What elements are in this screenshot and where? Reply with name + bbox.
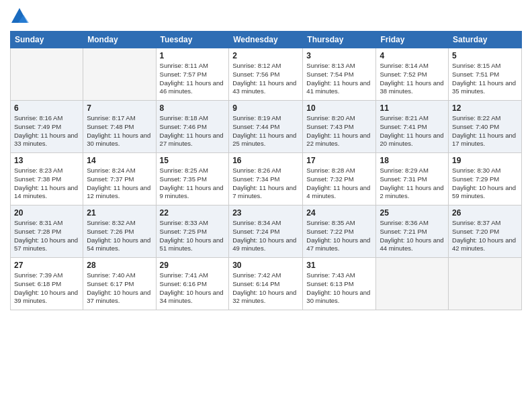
week-row-3: 13Sunrise: 8:23 AMSunset: 7:38 PMDayligh… [11,153,522,205]
day-number: 17 [306,156,372,165]
day-info: Sunrise: 8:16 AMSunset: 7:49 PMDaylight:… [14,114,79,148]
day-number: 4 [380,51,445,60]
day-header-thursday: Thursday [303,32,376,48]
day-info: Sunrise: 8:20 AMSunset: 7:43 PMDaylight:… [306,114,372,148]
day-info: Sunrise: 8:37 AMSunset: 7:20 PMDaylight:… [452,219,518,253]
day-info: Sunrise: 7:39 AMSunset: 6:18 PMDaylight:… [14,271,79,306]
week-row-1: 1Sunrise: 8:11 AMSunset: 7:57 PMDaylight… [11,48,522,101]
day-number: 13 [14,156,79,165]
day-number: 6 [14,103,79,113]
calendar-cell: 19Sunrise: 8:30 AMSunset: 7:29 PMDayligh… [449,153,522,205]
calendar-cell: 1Sunrise: 8:11 AMSunset: 7:57 PMDaylight… [156,48,229,101]
calendar-cell: 6Sunrise: 8:16 AMSunset: 7:49 PMDaylight… [11,101,83,153]
day-info: Sunrise: 8:11 AMSunset: 7:57 PMDaylight:… [160,62,226,96]
calendar-cell: 11Sunrise: 8:21 AMSunset: 7:41 PMDayligh… [376,101,449,153]
page-container: SundayMondayTuesdayWednesdayThursdayFrid… [0,0,532,411]
day-number: 2 [232,51,299,60]
calendar-cell: 3Sunrise: 8:13 AMSunset: 7:54 PMDaylight… [303,48,376,101]
header [10,7,522,26]
day-number: 18 [380,156,445,165]
calendar-cell: 24Sunrise: 8:35 AMSunset: 7:22 PMDayligh… [303,205,376,258]
calendar-cell: 8Sunrise: 8:18 AMSunset: 7:46 PMDaylight… [156,101,229,153]
day-info: Sunrise: 8:23 AMSunset: 7:38 PMDaylight:… [14,167,79,201]
day-info: Sunrise: 8:13 AMSunset: 7:54 PMDaylight:… [306,62,372,96]
calendar-cell: 15Sunrise: 8:25 AMSunset: 7:35 PMDayligh… [156,153,229,205]
week-row-4: 20Sunrise: 8:31 AMSunset: 7:28 PMDayligh… [11,205,522,258]
day-header-wednesday: Wednesday [229,32,303,48]
calendar-cell: 4Sunrise: 8:14 AMSunset: 7:52 PMDaylight… [376,48,449,101]
day-number: 8 [160,103,226,113]
calendar-cell: 13Sunrise: 8:23 AMSunset: 7:38 PMDayligh… [11,153,83,205]
calendar-cell: 26Sunrise: 8:37 AMSunset: 7:20 PMDayligh… [449,205,522,258]
day-number: 12 [452,103,518,113]
day-header-friday: Friday [376,32,449,48]
day-header-saturday: Saturday [449,32,522,48]
logo-icon [10,7,29,26]
day-number: 26 [452,208,518,218]
day-info: Sunrise: 8:31 AMSunset: 7:28 PMDaylight:… [14,219,79,253]
day-number: 27 [14,261,79,270]
day-info: Sunrise: 7:41 AMSunset: 6:16 PMDaylight:… [160,271,226,306]
day-header-monday: Monday [83,32,156,48]
day-info: Sunrise: 8:18 AMSunset: 7:46 PMDaylight:… [160,114,226,148]
day-info: Sunrise: 8:21 AMSunset: 7:41 PMDaylight:… [380,114,445,148]
day-number: 14 [87,156,152,165]
day-info: Sunrise: 8:36 AMSunset: 7:21 PMDaylight:… [380,219,445,253]
day-number: 31 [306,261,372,270]
calendar-cell [11,48,83,101]
day-info: Sunrise: 8:29 AMSunset: 7:31 PMDaylight:… [380,167,445,201]
day-info: Sunrise: 8:19 AMSunset: 7:44 PMDaylight:… [232,114,299,148]
calendar-cell: 16Sunrise: 8:26 AMSunset: 7:34 PMDayligh… [229,153,303,205]
day-number: 25 [380,208,445,218]
day-info: Sunrise: 8:32 AMSunset: 7:26 PMDaylight:… [87,219,152,253]
day-info: Sunrise: 8:12 AMSunset: 7:56 PMDaylight:… [232,62,299,96]
calendar-cell: 25Sunrise: 8:36 AMSunset: 7:21 PMDayligh… [376,205,449,258]
day-info: Sunrise: 7:43 AMSunset: 6:13 PMDaylight:… [306,271,372,306]
calendar-cell [449,258,522,310]
calendar-cell: 28Sunrise: 7:40 AMSunset: 6:17 PMDayligh… [83,258,156,310]
calendar-cell: 14Sunrise: 8:24 AMSunset: 7:37 PMDayligh… [83,153,156,205]
day-info: Sunrise: 8:28 AMSunset: 7:32 PMDaylight:… [306,167,372,201]
day-number: 24 [306,208,372,218]
day-number: 16 [232,156,299,165]
calendar-cell [376,258,449,310]
day-number: 9 [232,103,299,113]
logo [10,7,32,26]
day-number: 30 [232,261,299,270]
calendar-cell: 20Sunrise: 8:31 AMSunset: 7:28 PMDayligh… [11,205,83,258]
day-number: 19 [452,156,518,165]
day-number: 22 [160,208,226,218]
day-info: Sunrise: 8:35 AMSunset: 7:22 PMDaylight:… [306,219,372,253]
calendar-cell: 21Sunrise: 8:32 AMSunset: 7:26 PMDayligh… [83,205,156,258]
calendar-cell: 2Sunrise: 8:12 AMSunset: 7:56 PMDaylight… [229,48,303,101]
day-info: Sunrise: 8:34 AMSunset: 7:24 PMDaylight:… [232,219,299,253]
day-info: Sunrise: 8:24 AMSunset: 7:37 PMDaylight:… [87,167,152,201]
calendar-cell: 5Sunrise: 8:15 AMSunset: 7:51 PMDaylight… [449,48,522,101]
calendar-cell: 29Sunrise: 7:41 AMSunset: 6:16 PMDayligh… [156,258,229,310]
calendar-cell: 17Sunrise: 8:28 AMSunset: 7:32 PMDayligh… [303,153,376,205]
day-info: Sunrise: 7:42 AMSunset: 6:14 PMDaylight:… [232,271,299,306]
calendar-cell: 27Sunrise: 7:39 AMSunset: 6:18 PMDayligh… [11,258,83,310]
calendar-cell: 18Sunrise: 8:29 AMSunset: 7:31 PMDayligh… [376,153,449,205]
day-number: 23 [232,208,299,218]
week-row-2: 6Sunrise: 8:16 AMSunset: 7:49 PMDaylight… [11,101,522,153]
calendar-table: SundayMondayTuesdayWednesdayThursdayFrid… [10,31,522,310]
day-number: 5 [452,51,518,60]
day-number: 21 [87,208,152,218]
day-number: 3 [306,51,372,60]
calendar-cell: 31Sunrise: 7:43 AMSunset: 6:13 PMDayligh… [303,258,376,310]
day-number: 20 [14,208,79,218]
day-info: Sunrise: 8:17 AMSunset: 7:48 PMDaylight:… [87,114,152,148]
header-row: SundayMondayTuesdayWednesdayThursdayFrid… [11,32,522,48]
day-number: 11 [380,103,445,113]
day-number: 28 [87,261,152,270]
calendar-cell: 7Sunrise: 8:17 AMSunset: 7:48 PMDaylight… [83,101,156,153]
day-header-sunday: Sunday [11,32,83,48]
day-number: 1 [160,51,226,60]
day-info: Sunrise: 8:26 AMSunset: 7:34 PMDaylight:… [232,167,299,201]
day-info: Sunrise: 8:30 AMSunset: 7:29 PMDaylight:… [452,167,518,201]
day-info: Sunrise: 8:22 AMSunset: 7:40 PMDaylight:… [452,114,518,148]
day-number: 29 [160,261,226,270]
day-info: Sunrise: 8:15 AMSunset: 7:51 PMDaylight:… [452,62,518,96]
day-info: Sunrise: 8:14 AMSunset: 7:52 PMDaylight:… [380,62,445,96]
